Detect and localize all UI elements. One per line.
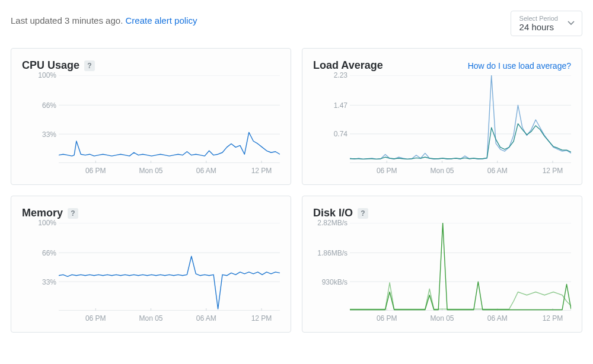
- x-tick-label: 06 PM: [85, 167, 106, 175]
- y-tick-label: 1.47: [313, 101, 347, 110]
- x-axis: 06 PMMon 0506 AM12 PM: [59, 314, 280, 325]
- panel-head: CPU Usage ?: [22, 59, 280, 72]
- y-tick-label: 2.23: [313, 71, 347, 79]
- y-tick-label: 2.82MB/s: [313, 219, 347, 227]
- plot-svg: [350, 223, 571, 311]
- series-read: [350, 283, 571, 309]
- y-tick-label: 33%: [22, 130, 56, 139]
- y-tick-label: 100%: [22, 71, 56, 79]
- x-tick-label: 12 PM: [251, 314, 272, 323]
- x-tick-label: 06 PM: [377, 314, 397, 323]
- y-tick-label: 100%: [22, 219, 56, 227]
- help-icon[interactable]: ?: [84, 60, 95, 71]
- panels-grid: CPU Usage ? 33%66%100%06 PMMon 0506 AM12…: [11, 48, 582, 333]
- x-tick-label: 06 AM: [196, 314, 216, 323]
- plot-svg: [59, 223, 280, 311]
- x-axis: 06 PMMon 0506 AM12 PM: [350, 314, 571, 325]
- chevron-down-icon: [568, 19, 575, 28]
- series-write: [350, 223, 571, 309]
- help-icon[interactable]: ?: [68, 208, 78, 219]
- series-load-1m: [350, 75, 571, 159]
- y-tick-label: 66%: [22, 249, 56, 257]
- load-average-help-link[interactable]: How do I use load average?: [468, 61, 571, 71]
- panel-head: Memory ?: [22, 207, 280, 219]
- chart-disk: 930kB/s1.86MB/s2.82MB/s06 PMMon 0506 AM1…: [313, 223, 571, 325]
- x-tick-label: Mon 05: [431, 167, 454, 175]
- y-tick-label: 0.74: [313, 130, 347, 138]
- x-tick-label: 06 PM: [85, 314, 106, 323]
- period-select-label: Select Period: [519, 15, 558, 22]
- panel-memory: Memory ? 33%66%100%06 PMMon 0506 AM12 PM: [11, 196, 291, 333]
- y-tick-label: 33%: [22, 278, 56, 286]
- panel-load-average: Load Average How do I use load average? …: [302, 48, 582, 185]
- x-tick-label: Mon 05: [139, 167, 163, 175]
- plot-svg: [59, 75, 280, 163]
- series-mem: [59, 257, 280, 309]
- x-tick-label: 12 PM: [543, 314, 563, 323]
- panel-title: Memory: [22, 207, 63, 219]
- panel-head: Load Average How do I use load average?: [313, 59, 571, 72]
- y-tick-label: 66%: [22, 101, 56, 110]
- panel-disk-io: Disk I/O ? 930kB/s1.86MB/s2.82MB/s06 PMM…: [302, 196, 582, 333]
- chart-load: 0.741.472.2306 PMMon 0506 AM12 PM: [313, 75, 571, 177]
- x-tick-label: 12 PM: [543, 167, 563, 175]
- panel-title: Disk I/O: [313, 207, 353, 219]
- panel-cpu-usage: CPU Usage ? 33%66%100%06 PMMon 0506 AM12…: [11, 48, 291, 185]
- series-load-5m: [350, 124, 571, 159]
- last-updated-prefix: Last updated: [11, 15, 65, 25]
- x-tick-label: 12 PM: [251, 167, 272, 175]
- plot-svg: [350, 75, 571, 163]
- chart-cpu: 33%66%100%06 PMMon 0506 AM12 PM: [22, 75, 280, 177]
- last-updated-text: Last updated 3 minutes ago. Create alert…: [11, 11, 197, 25]
- period-select[interactable]: Select Period 24 hours: [511, 11, 582, 36]
- x-tick-label: 06 AM: [487, 314, 508, 323]
- x-tick-label: Mon 05: [431, 314, 454, 323]
- top-bar: Last updated 3 minutes ago. Create alert…: [11, 11, 582, 36]
- series-cpu: [59, 133, 280, 157]
- panel-title: Load Average: [313, 59, 383, 72]
- panel-title: CPU Usage: [22, 59, 79, 72]
- x-axis: 06 PMMon 0506 AM12 PM: [350, 167, 571, 177]
- chart-memory: 33%66%100%06 PMMon 0506 AM12 PM: [22, 223, 280, 325]
- x-tick-label: 06 PM: [377, 167, 397, 175]
- x-tick-label: Mon 05: [139, 314, 163, 323]
- x-tick-label: 06 AM: [487, 167, 508, 175]
- x-axis: 06 PMMon 0506 AM12 PM: [59, 167, 280, 177]
- panel-head: Disk I/O ?: [313, 207, 571, 219]
- help-icon[interactable]: ?: [358, 208, 368, 219]
- x-tick-label: 06 AM: [196, 167, 216, 175]
- y-tick-label: 930kB/s: [313, 278, 347, 286]
- y-tick-label: 1.86MB/s: [313, 249, 347, 257]
- create-alert-policy-link[interactable]: Create alert policy: [126, 15, 197, 25]
- period-select-value: 24 hours: [519, 22, 558, 32]
- last-updated-value: 3 minutes ago.: [65, 15, 123, 25]
